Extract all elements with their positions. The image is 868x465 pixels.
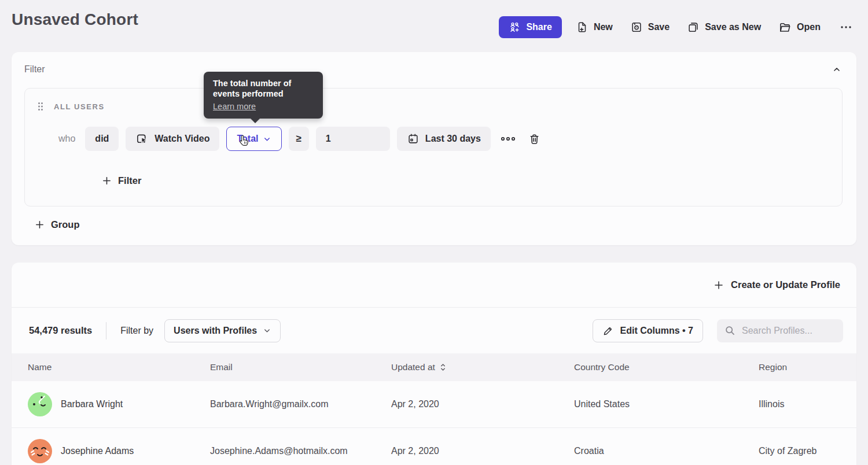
results-panel: Create or Update Profile 54,479 results … xyxy=(12,263,856,465)
profile-country-code: Croatia xyxy=(558,446,742,456)
copy-icon xyxy=(687,21,700,34)
profiles-table: Name Email Updated at Country Code Regio… xyxy=(12,353,856,465)
aggregation-tooltip: The total number of events performed Lea… xyxy=(204,72,323,119)
pencil-icon xyxy=(602,325,614,337)
new-button[interactable]: New xyxy=(576,16,613,38)
results-toolbar-left: 54,479 results Filter by Users with Prof… xyxy=(29,319,281,342)
create-profile-label: Create or Update Profile xyxy=(731,279,840,290)
results-count: 54,479 results xyxy=(29,325,92,336)
aggregation-wrap: Total xyxy=(226,127,281,151)
tooltip-text: The total number of events performed xyxy=(213,79,291,98)
add-filter-label: Filter xyxy=(118,175,141,186)
profile-email: Josephine.Adams@hotmailx.com xyxy=(194,446,375,456)
save-button[interactable]: Save xyxy=(630,16,670,38)
top-bar: Unsaved Cohort Share New xyxy=(0,0,868,38)
profile-region: Illinois xyxy=(742,399,856,409)
edit-columns-label: Edit Columns • 7 xyxy=(620,326,694,336)
edit-columns-button[interactable]: Edit Columns • 7 xyxy=(593,319,704,342)
filter-group: ALL USERS who did Watch Video Total xyxy=(24,88,843,206)
save-as-new-button[interactable]: Save as New xyxy=(687,16,761,38)
aggregation-label: Total xyxy=(237,134,258,144)
filter-panel-header: Filter xyxy=(12,52,856,83)
profile-region: City of Zagreb xyxy=(742,446,856,456)
row-more-options-button[interactable] xyxy=(498,130,518,148)
calendar-icon xyxy=(407,132,420,145)
filter-panel: Filter ALL USERS who did xyxy=(12,52,856,245)
column-header-updated-at[interactable]: Updated at xyxy=(375,362,558,372)
delete-condition-button[interactable] xyxy=(525,130,543,148)
avatar xyxy=(28,439,52,463)
filter-panel-title: Filter xyxy=(24,64,45,75)
operator-selector[interactable]: ≥ xyxy=(289,127,309,151)
filter-group-header: ALL USERS xyxy=(25,97,842,112)
avatar xyxy=(28,392,52,416)
aggregation-selector[interactable]: Total xyxy=(226,127,281,151)
add-group-button[interactable]: Group xyxy=(35,219,80,245)
event-label: Watch Video xyxy=(155,134,209,144)
date-range-label: Last 30 days xyxy=(425,134,481,144)
cohort-builder-page: { "page": { "title": "Unsaved Cohort" },… xyxy=(0,0,868,465)
plus-icon xyxy=(713,280,724,290)
profile-updated-at: Apr 2, 2020 xyxy=(375,399,558,409)
column-header-country-code[interactable]: Country Code xyxy=(558,362,742,372)
vertical-divider xyxy=(106,322,106,339)
chevron-down-icon xyxy=(263,135,271,143)
group-scope-label: ALL USERS xyxy=(54,102,105,111)
add-users-icon xyxy=(509,21,521,34)
save-icon xyxy=(630,21,643,34)
filter-condition-row: who did Watch Video Total xyxy=(25,127,842,151)
profile-email: Barbara.Wright@gmailx.com xyxy=(194,399,375,409)
new-label: New xyxy=(594,22,613,32)
top-actions: Share New Save xyxy=(499,16,854,38)
profile-updated-at: Apr 2, 2020 xyxy=(375,446,558,456)
create-or-update-profile-button[interactable]: Create or Update Profile xyxy=(713,279,840,290)
date-range-selector[interactable]: Last 30 days xyxy=(397,127,491,151)
filter-by-label: Filter by xyxy=(120,326,153,336)
profile-name: Josephine Adams xyxy=(61,446,134,456)
threshold-input[interactable]: 1 xyxy=(316,127,390,151)
save-label: Save xyxy=(648,22,670,32)
share-label: Share xyxy=(526,22,551,32)
plus-icon xyxy=(35,220,45,230)
share-button[interactable]: Share xyxy=(499,16,561,38)
row-ellipsis-icon xyxy=(500,132,516,146)
event-click-icon xyxy=(135,132,149,146)
drag-handle-icon[interactable] xyxy=(36,101,45,112)
add-group-label: Group xyxy=(51,219,80,230)
ellipsis-icon xyxy=(839,20,853,34)
save-as-new-label: Save as New xyxy=(705,22,761,32)
open-folder-icon xyxy=(778,21,792,34)
did-selector[interactable]: did xyxy=(85,127,119,151)
create-profile-row: Create or Update Profile xyxy=(12,263,856,308)
open-label: Open xyxy=(797,22,821,32)
profile-name: Barbara Wright xyxy=(61,399,123,409)
chevron-down-icon xyxy=(263,326,271,335)
table-header-row: Name Email Updated at Country Code Regio… xyxy=(12,353,856,381)
profile-country-code: United States xyxy=(558,399,742,409)
sort-icon[interactable] xyxy=(440,363,446,371)
search-icon xyxy=(724,324,736,337)
column-header-region[interactable]: Region xyxy=(742,362,856,372)
who-label: who xyxy=(58,134,75,144)
page-title: Unsaved Cohort xyxy=(12,10,138,29)
more-options-button[interactable] xyxy=(838,16,854,38)
event-selector[interactable]: Watch Video xyxy=(126,127,219,151)
collapse-panel-button[interactable] xyxy=(830,62,844,76)
learn-more-link[interactable]: Learn more xyxy=(213,101,256,112)
results-toolbar: 54,479 results Filter by Users with Prof… xyxy=(12,308,856,353)
open-button[interactable]: Open xyxy=(778,16,821,38)
column-header-name[interactable]: Name xyxy=(12,362,194,372)
chevron-up-icon xyxy=(832,65,841,74)
results-toolbar-right: Edit Columns • 7 xyxy=(593,319,844,342)
column-header-email[interactable]: Email xyxy=(194,362,375,372)
plus-icon xyxy=(102,176,112,186)
profile-type-dropdown[interactable]: Users with Profiles xyxy=(164,319,281,342)
search-profiles-input[interactable] xyxy=(742,326,834,336)
add-filter-button[interactable]: Filter xyxy=(102,175,141,186)
table-row[interactable]: Josephine Adams Josephine.Adams@hotmailx… xyxy=(12,428,856,465)
trash-icon xyxy=(528,132,541,146)
new-document-icon xyxy=(576,21,589,34)
search-box xyxy=(717,319,843,342)
table-row[interactable]: Barbara Wright Barbara.Wright@gmailx.com… xyxy=(12,381,856,428)
profile-type-label: Users with Profiles xyxy=(174,326,257,336)
